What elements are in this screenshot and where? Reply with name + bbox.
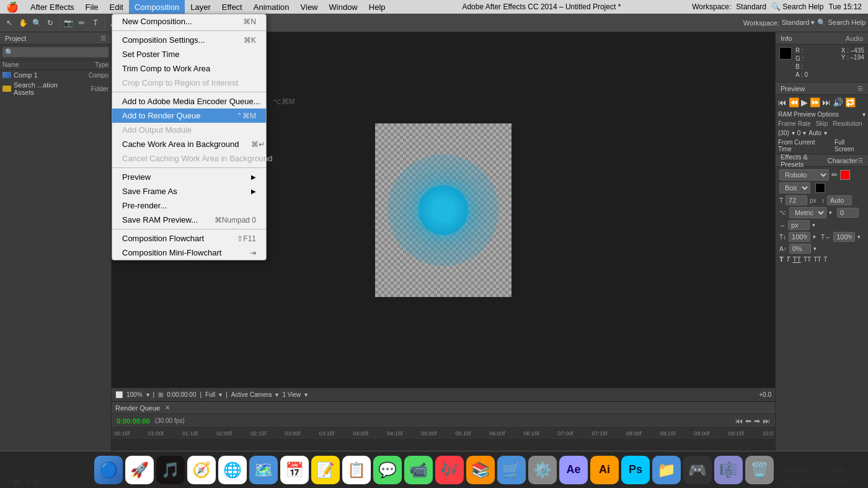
kerning-select[interactable]: Metrics	[789, 207, 826, 218]
tracking-input[interactable]	[837, 208, 859, 218]
search-help-toolbar[interactable]: 🔍 Search Help	[817, 19, 866, 27]
dock-ae[interactable]: Ae	[559, 456, 588, 484]
character-tab[interactable]: Character	[828, 157, 857, 164]
canvas-fit-btn[interactable]: ⬜	[115, 391, 123, 398]
baseline-input[interactable]	[789, 244, 811, 254]
font-edit-btn[interactable]: ✏	[831, 171, 838, 179]
ram-options-dropdown[interactable]: ▾	[862, 111, 866, 118]
menu-cache-work-area[interactable]: Cache Work Area in Background ⌘↵	[112, 137, 266, 151]
menu-composition-flowchart[interactable]: Composition Flowchart ⇧F11	[112, 231, 266, 246]
menu-cancel-caching[interactable]: Cancel Caching Work Area in Background	[112, 151, 266, 166]
toolbar-hand-tool[interactable]: ✋	[16, 16, 30, 30]
effects-menu-icon[interactable]: ☰	[857, 157, 863, 164]
tl-btn-next[interactable]: ➡	[754, 417, 760, 425]
dock-finder[interactable]: 🔵	[94, 456, 123, 484]
menu-crop-comp[interactable]: Crop Comp to Region of Interest	[112, 76, 266, 90]
render-queue-close[interactable]: ✕	[165, 404, 170, 411]
font-style-select[interactable]: Bold	[779, 182, 810, 193]
preview-audio[interactable]: 🔊	[833, 97, 843, 107]
dock-system-prefs[interactable]: ⚙️	[528, 456, 557, 484]
dock-launchpad[interactable]: 🚀	[125, 456, 154, 484]
search-help[interactable]: 🔍 Search Help	[771, 2, 823, 11]
full-screen-btn[interactable]: Full Screen	[835, 139, 866, 153]
menu-composition-mini-flowchart[interactable]: Composition Mini-Flowchart ⇥	[112, 246, 266, 260]
toolbar-zoom-tool[interactable]: 🔍	[30, 16, 43, 30]
resolution-dropdown[interactable]: ▾	[824, 130, 827, 136]
font-size-input[interactable]	[786, 195, 807, 205]
menu-preview[interactable]: Preview ▶	[112, 170, 266, 184]
toolbar-camera-tool[interactable]: 📷	[61, 16, 75, 30]
menu-add-render-queue[interactable]: Add to Render Queue ⌃⌘M	[112, 109, 266, 123]
menu-trim-comp[interactable]: Trim Comp to Work Area	[112, 61, 266, 76]
preview-next-frame[interactable]: ⏩	[810, 97, 820, 107]
subscript-btn[interactable]: T	[823, 256, 827, 263]
project-item-comp1[interactable]: Comp 1 Compo	[0, 70, 111, 80]
project-menu-icon[interactable]: ☰	[100, 35, 106, 42]
skip-value[interactable]: 0	[797, 130, 801, 136]
preview-prev-frame[interactable]: ⏪	[789, 97, 799, 107]
toolbar-select-tool[interactable]: ↖	[2, 16, 16, 30]
menu-composition-settings[interactable]: Composition Settings... ⌘K	[112, 33, 266, 47]
frame-rate-dropdown[interactable]: ▾	[792, 130, 795, 136]
from-current-btn[interactable]: From Current Time	[778, 139, 830, 153]
dock-safari[interactable]: 🧭	[187, 456, 216, 484]
canvas-grid-btn[interactable]: ⊞	[158, 391, 163, 398]
dock-unity[interactable]: 🎮	[683, 456, 712, 484]
vert-dropdown[interactable]: ▾	[813, 234, 816, 240]
leading-input[interactable]	[827, 195, 852, 205]
workspace-dropdown[interactable]: Standard ▾	[782, 19, 815, 27]
skip-dropdown[interactable]: ▾	[803, 130, 806, 136]
fill-color-swatch[interactable]	[840, 170, 850, 180]
menubar-edit[interactable]: Edit	[104, 0, 129, 14]
canvas-quality[interactable]: Full	[205, 391, 215, 398]
preview-title[interactable]: Preview	[781, 85, 805, 92]
project-item-assets[interactable]: Search ...ation Assets Folder	[0, 80, 111, 97]
dock-swinsian[interactable]: 🎼	[714, 456, 743, 484]
dock-notes[interactable]: 📝	[311, 456, 340, 484]
dock-calendar[interactable]: 📅	[280, 456, 309, 484]
kerning-dropdown[interactable]: ▾	[829, 210, 832, 216]
canvas-views[interactable]: 1 View	[282, 391, 301, 398]
menubar-file[interactable]: File	[80, 0, 104, 14]
menubar-effect[interactable]: Effect	[216, 0, 248, 14]
horiz-scale-input[interactable]	[833, 232, 855, 242]
strikethrough-btn[interactable]: TT	[804, 256, 811, 263]
ram-options-label[interactable]: RAM Preview Options	[778, 111, 839, 118]
underline-btn[interactable]: TT	[792, 255, 800, 263]
tl-btn-prev[interactable]: ⬅	[745, 417, 751, 425]
resolution-value[interactable]: Auto	[808, 130, 822, 136]
project-search-input[interactable]	[2, 47, 108, 57]
frame-rate-value[interactable]: (30)	[778, 130, 789, 136]
menubar-animation[interactable]: Animation	[248, 0, 295, 14]
preview-menu-icon[interactable]: ☰	[857, 85, 863, 92]
menu-add-output-module[interactable]: Add Output Module	[112, 123, 266, 137]
dock-maps[interactable]: 🗺️	[249, 456, 278, 484]
camera-dropdown-icon[interactable]: ▾	[275, 391, 278, 398]
menubar-window[interactable]: Window	[324, 0, 363, 14]
menu-new-composition[interactable]: New Composition... ⌘N	[112, 14, 266, 29]
toolbar-text-tool[interactable]: T	[89, 16, 102, 30]
preview-last-frame[interactable]: ⏭	[822, 97, 831, 107]
menu-pre-render[interactable]: Pre-render...	[112, 198, 266, 213]
tl-btn-end[interactable]: ⏭	[763, 417, 770, 425]
dock-spotify[interactable]: 🎵	[156, 456, 185, 484]
effects-tab[interactable]: Effects & Presets	[781, 154, 823, 168]
toolbar-pen-tool[interactable]: ✏	[75, 16, 89, 30]
canvas-zoom-value[interactable]: 100%	[126, 391, 143, 398]
views-dropdown-icon[interactable]: ▾	[304, 391, 308, 398]
workspace-value[interactable]: Standard	[736, 2, 766, 11]
menubar-help[interactable]: Help	[363, 0, 391, 14]
dock-ai[interactable]: Ai	[590, 456, 619, 484]
preview-play-pause[interactable]: ▶	[801, 97, 808, 107]
scale-dropdown[interactable]: ▾	[812, 222, 815, 228]
dock-ibooks[interactable]: 📚	[466, 456, 495, 484]
dock-chrome[interactable]: 🌐	[218, 456, 247, 484]
dock-reminders[interactable]: 📋	[342, 456, 371, 484]
baseline-dropdown[interactable]: ▾	[813, 246, 817, 252]
zoom-dropdown-icon[interactable]: ▾	[146, 391, 149, 398]
allcaps-btn[interactable]: TT	[813, 256, 821, 263]
menu-save-frame-as[interactable]: Save Frame As ▶	[112, 184, 266, 198]
dock-facetime[interactable]: 📹	[404, 456, 433, 484]
menu-save-ram-preview[interactable]: Save RAM Preview... ⌘Numpad 0	[112, 213, 266, 227]
dock-messages[interactable]: 💬	[373, 456, 402, 484]
